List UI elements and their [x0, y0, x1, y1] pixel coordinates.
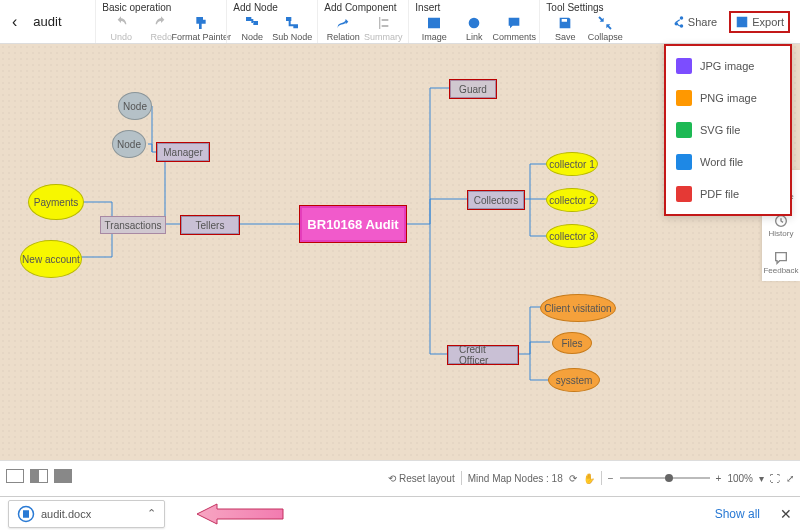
group-label: Tool Settings	[546, 2, 624, 13]
node-manager[interactable]: Manager	[157, 143, 209, 161]
node-transactions[interactable]: Transactions	[100, 216, 166, 234]
node-collector1[interactable]: collector 1	[546, 152, 598, 176]
node-client-visitation[interactable]: Client visitation	[540, 294, 616, 322]
share-button[interactable]: Share	[665, 11, 723, 33]
node-collector3[interactable]: collector 3	[546, 224, 598, 248]
show-all-link[interactable]: Show all	[715, 507, 760, 521]
group-add-component: Add Component Relation Summary	[317, 0, 408, 43]
node-system[interactable]: sysstem	[548, 368, 600, 392]
fit-screen-icon[interactable]: ⛶	[770, 473, 780, 484]
download-chip[interactable]: audit.docx ⌃	[8, 500, 165, 528]
view-mode-2[interactable]	[30, 469, 48, 483]
export-button[interactable]: Export	[729, 11, 790, 33]
zoom-out-button[interactable]: −	[608, 473, 614, 484]
chevron-up-icon[interactable]: ⌃	[147, 507, 156, 520]
back-button[interactable]: ‹	[4, 0, 25, 43]
zoom-in-button[interactable]: +	[716, 473, 722, 484]
node-tellers[interactable]: Tellers	[181, 216, 239, 234]
insert-link-button[interactable]: Link	[455, 15, 493, 42]
node-new-account[interactable]: New account	[20, 240, 82, 278]
side-feedback[interactable]: Feedback	[762, 244, 800, 281]
node-count: Mind Map Nodes : 18	[468, 473, 563, 484]
undo-button[interactable]: Undo	[102, 15, 140, 42]
export-word[interactable]: Word file	[666, 146, 790, 178]
bottom-gutter: ⟲ Reset layout Mind Map Nodes : 18 ⟳ ✋ −…	[0, 460, 800, 496]
zoom-slider[interactable]	[620, 477, 710, 479]
hand-tool-icon[interactable]: ✋	[583, 473, 595, 484]
download-bar: audit.docx ⌃ Show all ✕	[0, 496, 800, 530]
export-pdf[interactable]: PDF file	[666, 178, 790, 210]
zoom-value: 100%	[727, 473, 753, 484]
collapse-button[interactable]: Collapse	[586, 15, 624, 42]
export-png[interactable]: PNG image	[666, 82, 790, 114]
insert-image-button[interactable]: Image	[415, 15, 453, 42]
add-subnode-button[interactable]: Sub Node	[273, 15, 311, 42]
node-credit-officer[interactable]: Credit Officer	[448, 346, 518, 364]
root-node[interactable]: BR10168 Audit	[300, 206, 406, 242]
reset-layout-button[interactable]: ⟲ Reset layout	[388, 473, 454, 484]
node-collectors[interactable]: Collectors	[468, 191, 524, 209]
node-payments[interactable]: Payments	[28, 184, 84, 220]
download-filename: audit.docx	[41, 508, 91, 520]
close-download-bar[interactable]: ✕	[780, 506, 792, 522]
document-title[interactable]: audit	[25, 0, 95, 43]
annotation-arrow	[195, 502, 285, 526]
insert-comments-button[interactable]: Comments	[495, 15, 533, 42]
node-node2[interactable]: Node	[112, 130, 146, 158]
export-svg[interactable]: SVG file	[666, 114, 790, 146]
group-insert: Insert Image Link Comments	[408, 0, 539, 43]
add-node-button[interactable]: Node	[233, 15, 271, 42]
view-mode-3[interactable]	[54, 469, 72, 483]
group-label: Insert	[415, 2, 533, 13]
node-guard[interactable]: Guard	[450, 80, 496, 98]
view-mode-1[interactable]	[6, 469, 24, 483]
node-files[interactable]: Files	[552, 332, 592, 354]
format-painter-button[interactable]: Format Painter	[182, 15, 220, 42]
group-label: Add Component	[324, 2, 402, 13]
refresh-icon[interactable]: ⟳	[569, 473, 577, 484]
word-file-icon	[17, 505, 35, 523]
group-tool-settings: Tool Settings Save Collapse	[539, 0, 630, 43]
node-collector2[interactable]: collector 2	[546, 188, 598, 212]
node-node1[interactable]: Node	[118, 92, 152, 120]
zoom-dropdown-icon[interactable]: ▾	[759, 473, 764, 484]
export-menu: JPG image PNG image SVG file Word file P…	[664, 44, 792, 216]
group-add-node: Add Node Node Sub Node	[226, 0, 317, 43]
save-button[interactable]: Save	[546, 15, 584, 42]
export-jpg[interactable]: JPG image	[666, 50, 790, 82]
fullscreen-icon[interactable]: ⤢	[786, 473, 794, 484]
group-label: Basic operation	[102, 2, 220, 13]
group-label: Add Node	[233, 2, 311, 13]
summary-button[interactable]: Summary	[364, 15, 402, 42]
svg-rect-5	[23, 510, 29, 518]
svg-marker-6	[197, 504, 283, 524]
top-toolbar: ‹ audit Basic operation Undo Redo Format…	[0, 0, 800, 44]
relation-button[interactable]: Relation	[324, 15, 362, 42]
group-basic-operation: Basic operation Undo Redo Format Painter	[95, 0, 226, 43]
